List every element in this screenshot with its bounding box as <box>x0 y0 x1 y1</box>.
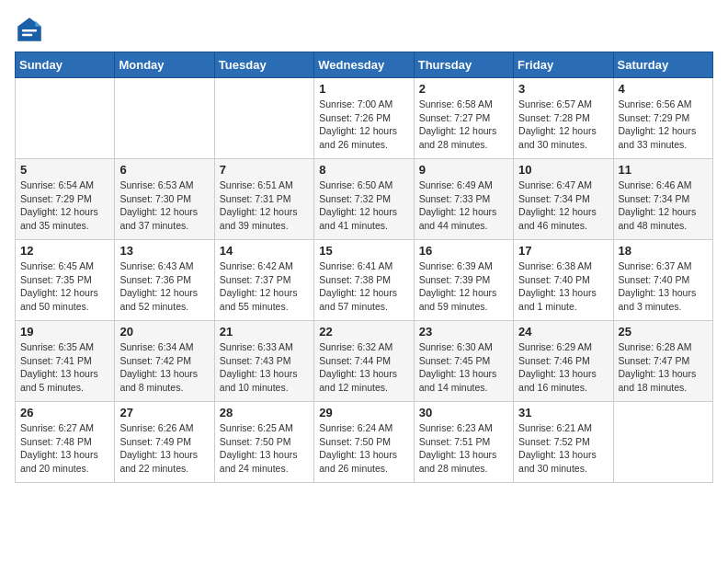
calendar-table: SundayMondayTuesdayWednesdayThursdayFrid… <box>15 52 713 483</box>
calendar-week-row: 26Sunrise: 6:27 AM Sunset: 7:48 PM Dayli… <box>16 402 713 483</box>
day-info: Sunrise: 6:27 AM Sunset: 7:48 PM Dayligh… <box>20 421 109 476</box>
day-info: Sunrise: 6:56 AM Sunset: 7:29 PM Dayligh… <box>619 98 708 152</box>
day-number: 26 <box>20 406 109 419</box>
weekday-header: Thursday <box>414 52 513 78</box>
calendar-cell: 5Sunrise: 6:54 AM Sunset: 7:29 PM Daylig… <box>16 159 115 240</box>
day-number: 9 <box>419 163 508 177</box>
day-info: Sunrise: 6:47 AM Sunset: 7:34 PM Dayligh… <box>518 178 608 233</box>
day-info: Sunrise: 6:46 AM Sunset: 7:34 PM Dayligh… <box>619 178 708 233</box>
day-info: Sunrise: 6:45 AM Sunset: 7:35 PM Dayligh… <box>20 259 109 314</box>
calendar-cell: 7Sunrise: 6:51 AM Sunset: 7:31 PM Daylig… <box>214 159 313 240</box>
calendar-cell: 6Sunrise: 6:53 AM Sunset: 7:30 PM Daylig… <box>115 159 214 240</box>
calendar-cell: 15Sunrise: 6:41 AM Sunset: 7:38 PM Dayli… <box>314 240 414 321</box>
day-info: Sunrise: 6:57 AM Sunset: 7:28 PM Dayligh… <box>518 98 608 152</box>
calendar-cell: 11Sunrise: 6:46 AM Sunset: 7:34 PM Dayli… <box>613 159 712 240</box>
calendar-cell: 13Sunrise: 6:43 AM Sunset: 7:36 PM Dayli… <box>115 240 214 321</box>
calendar-cell: 17Sunrise: 6:38 AM Sunset: 7:40 PM Dayli… <box>514 240 613 321</box>
calendar-cell: 18Sunrise: 6:37 AM Sunset: 7:40 PM Dayli… <box>613 240 712 321</box>
day-number: 7 <box>220 163 309 177</box>
day-number: 3 <box>518 82 608 96</box>
day-number: 31 <box>518 406 608 419</box>
weekday-header: Friday <box>514 52 613 78</box>
day-info: Sunrise: 6:32 AM Sunset: 7:44 PM Dayligh… <box>319 340 408 395</box>
day-info: Sunrise: 6:43 AM Sunset: 7:36 PM Dayligh… <box>119 259 209 314</box>
day-info: Sunrise: 6:30 AM Sunset: 7:45 PM Dayligh… <box>419 340 508 395</box>
svg-rect-2 <box>22 29 37 31</box>
weekday-header-row: SundayMondayTuesdayWednesdayThursdayFrid… <box>16 52 713 78</box>
day-number: 1 <box>319 82 408 96</box>
day-info: Sunrise: 6:24 AM Sunset: 7:50 PM Dayligh… <box>319 421 408 476</box>
day-info: Sunrise: 6:23 AM Sunset: 7:51 PM Dayligh… <box>419 421 508 476</box>
calendar-cell <box>16 78 115 159</box>
day-number: 4 <box>619 82 708 96</box>
calendar-cell: 14Sunrise: 6:42 AM Sunset: 7:37 PM Dayli… <box>214 240 313 321</box>
day-number: 22 <box>319 325 408 339</box>
day-info: Sunrise: 6:54 AM Sunset: 7:29 PM Dayligh… <box>20 178 109 233</box>
day-info: Sunrise: 7:00 AM Sunset: 7:26 PM Dayligh… <box>319 98 408 152</box>
day-info: Sunrise: 6:58 AM Sunset: 7:27 PM Dayligh… <box>419 98 508 152</box>
day-number: 23 <box>419 325 508 339</box>
day-number: 19 <box>20 325 109 339</box>
logo <box>15 15 48 44</box>
calendar-cell <box>115 78 214 159</box>
calendar-cell: 21Sunrise: 6:33 AM Sunset: 7:43 PM Dayli… <box>214 321 313 402</box>
calendar-cell: 29Sunrise: 6:24 AM Sunset: 7:50 PM Dayli… <box>314 402 414 483</box>
day-number: 25 <box>619 325 708 339</box>
calendar-cell: 12Sunrise: 6:45 AM Sunset: 7:35 PM Dayli… <box>16 240 115 321</box>
day-info: Sunrise: 6:25 AM Sunset: 7:50 PM Dayligh… <box>220 421 309 476</box>
day-info: Sunrise: 6:39 AM Sunset: 7:39 PM Dayligh… <box>419 259 508 314</box>
calendar-cell: 4Sunrise: 6:56 AM Sunset: 7:29 PM Daylig… <box>613 78 712 159</box>
calendar-week-row: 19Sunrise: 6:35 AM Sunset: 7:41 PM Dayli… <box>16 321 713 402</box>
calendar-cell <box>613 402 712 483</box>
day-info: Sunrise: 6:42 AM Sunset: 7:37 PM Dayligh… <box>220 259 309 314</box>
day-number: 16 <box>419 244 508 258</box>
day-number: 28 <box>220 406 309 419</box>
calendar-cell: 23Sunrise: 6:30 AM Sunset: 7:45 PM Dayli… <box>414 321 513 402</box>
day-number: 5 <box>20 163 109 177</box>
calendar-cell: 26Sunrise: 6:27 AM Sunset: 7:48 PM Dayli… <box>16 402 115 483</box>
day-number: 13 <box>119 244 209 258</box>
day-info: Sunrise: 6:41 AM Sunset: 7:38 PM Dayligh… <box>319 259 408 314</box>
calendar-cell: 22Sunrise: 6:32 AM Sunset: 7:44 PM Dayli… <box>314 321 414 402</box>
day-info: Sunrise: 6:21 AM Sunset: 7:52 PM Dayligh… <box>518 421 608 476</box>
day-number: 14 <box>220 244 309 258</box>
weekday-header: Monday <box>115 52 214 78</box>
calendar-cell: 1Sunrise: 7:00 AM Sunset: 7:26 PM Daylig… <box>314 78 414 159</box>
day-info: Sunrise: 6:53 AM Sunset: 7:30 PM Dayligh… <box>119 178 209 233</box>
calendar-cell <box>214 78 313 159</box>
calendar-cell: 30Sunrise: 6:23 AM Sunset: 7:51 PM Dayli… <box>414 402 513 483</box>
day-info: Sunrise: 6:37 AM Sunset: 7:40 PM Dayligh… <box>619 259 708 314</box>
calendar-cell: 19Sunrise: 6:35 AM Sunset: 7:41 PM Dayli… <box>16 321 115 402</box>
calendar-cell: 10Sunrise: 6:47 AM Sunset: 7:34 PM Dayli… <box>514 159 613 240</box>
logo-icon <box>15 15 44 44</box>
day-info: Sunrise: 6:51 AM Sunset: 7:31 PM Dayligh… <box>220 178 309 233</box>
day-number: 18 <box>619 244 708 258</box>
day-info: Sunrise: 6:34 AM Sunset: 7:42 PM Dayligh… <box>119 340 209 395</box>
calendar-cell: 27Sunrise: 6:26 AM Sunset: 7:49 PM Dayli… <box>115 402 214 483</box>
weekday-header: Sunday <box>16 52 115 78</box>
calendar-cell: 8Sunrise: 6:50 AM Sunset: 7:32 PM Daylig… <box>314 159 414 240</box>
day-info: Sunrise: 6:33 AM Sunset: 7:43 PM Dayligh… <box>220 340 309 395</box>
day-number: 8 <box>319 163 408 177</box>
svg-marker-1 <box>35 20 40 26</box>
day-number: 11 <box>619 163 708 177</box>
calendar-week-row: 12Sunrise: 6:45 AM Sunset: 7:35 PM Dayli… <box>16 240 713 321</box>
day-info: Sunrise: 6:49 AM Sunset: 7:33 PM Dayligh… <box>419 178 508 233</box>
calendar-cell: 2Sunrise: 6:58 AM Sunset: 7:27 PM Daylig… <box>414 78 513 159</box>
day-number: 29 <box>319 406 408 419</box>
calendar-week-row: 5Sunrise: 6:54 AM Sunset: 7:29 PM Daylig… <box>16 159 713 240</box>
day-number: 2 <box>419 82 508 96</box>
day-number: 30 <box>419 406 508 419</box>
day-number: 15 <box>319 244 408 258</box>
day-number: 12 <box>20 244 109 258</box>
calendar-cell: 28Sunrise: 6:25 AM Sunset: 7:50 PM Dayli… <box>214 402 313 483</box>
day-number: 20 <box>119 325 209 339</box>
svg-rect-3 <box>22 34 32 36</box>
day-info: Sunrise: 6:29 AM Sunset: 7:46 PM Dayligh… <box>518 340 608 395</box>
day-number: 6 <box>119 163 209 177</box>
day-number: 24 <box>518 325 608 339</box>
weekday-header: Saturday <box>613 52 712 78</box>
weekday-header: Tuesday <box>214 52 313 78</box>
day-info: Sunrise: 6:38 AM Sunset: 7:40 PM Dayligh… <box>518 259 608 314</box>
day-number: 21 <box>220 325 309 339</box>
